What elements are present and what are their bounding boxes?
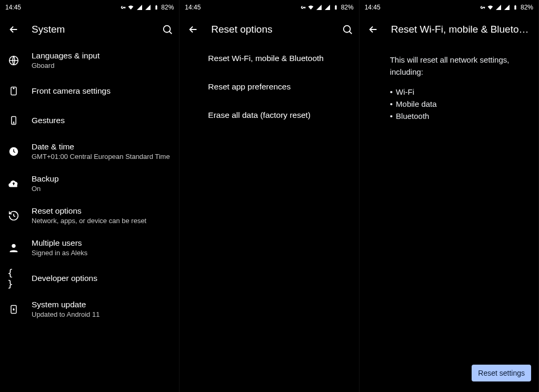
- item-languages-input[interactable]: Languages & inputGboard: [0, 44, 179, 76]
- status-time: 14:45: [5, 4, 21, 11]
- item-sub: GMT+01:00 Central European Standard Time: [32, 153, 170, 160]
- item-reset-options[interactable]: Reset optionsNetwork, apps, or device ca…: [0, 199, 179, 232]
- search-button[interactable]: [161, 23, 174, 36]
- item-front-camera[interactable]: Front camera settings: [0, 76, 179, 106]
- back-button[interactable]: [187, 23, 199, 36]
- bullet-item: Mobile data: [390, 98, 528, 110]
- globe-icon: [7, 54, 20, 67]
- wifi-icon: [487, 4, 494, 11]
- item-label: Languages & input: [32, 51, 99, 61]
- back-button[interactable]: [7, 23, 20, 36]
- cloud-upload-icon: [7, 177, 20, 190]
- status-bar: 14:45 82%: [0, 0, 179, 15]
- reset-description: This will reset all network settings, in…: [390, 54, 528, 78]
- system-update-icon: [7, 303, 20, 316]
- item-reset-app-preferences[interactable]: Reset app preferences: [179, 73, 358, 101]
- status-bar: 14:45 82%: [179, 0, 358, 15]
- item-multiple-users[interactable]: Multiple usersSigned in as Aleks: [0, 232, 179, 264]
- clock-icon: [7, 145, 20, 158]
- reset-settings-button[interactable]: Reset settings: [472, 365, 531, 381]
- reset-bullet-list: Wi-Fi Mobile data Bluetooth: [390, 86, 528, 123]
- item-sub: Signed in as Aleks: [32, 249, 87, 257]
- svg-rect-4: [12, 117, 16, 125]
- status-bar: 14:45 82%: [360, 0, 538, 15]
- gesture-icon: [7, 114, 20, 127]
- item-sub: Updated to Android 11: [32, 310, 99, 318]
- item-sub: Gboard: [32, 62, 99, 69]
- reset-network-body: This will reset all network settings, in…: [360, 44, 538, 392]
- person-icon: [7, 242, 20, 254]
- status-icons: 82%: [299, 4, 354, 11]
- item-label: Developer options: [32, 274, 97, 283]
- bullet-item: Wi-Fi: [390, 86, 528, 98]
- signal-1-icon: [495, 4, 502, 11]
- battery-icon: [333, 4, 340, 11]
- page-title: System: [32, 24, 149, 35]
- item-label: Front camera settings: [32, 86, 111, 96]
- status-icons: 82%: [478, 4, 533, 11]
- panel-reset-options: 14:45 82% Reset options Reset Wi-Fi, mob…: [179, 0, 359, 392]
- title-bar: Reset options: [179, 15, 358, 44]
- status-battery: 82%: [521, 4, 533, 11]
- back-button[interactable]: [367, 23, 380, 36]
- phone-camera-icon: [7, 85, 20, 97]
- item-label: System update: [32, 300, 99, 309]
- title-bar: System: [0, 15, 179, 44]
- battery-icon: [153, 4, 159, 11]
- svg-point-0: [164, 26, 171, 33]
- item-label: Gestures: [32, 116, 65, 125]
- panel-system: 14:45 82% System Languages & inputGboard…: [0, 0, 179, 392]
- wifi-icon: [307, 4, 314, 11]
- svg-point-3: [13, 88, 14, 89]
- restore-icon: [7, 209, 20, 222]
- item-label: Backup: [32, 174, 59, 184]
- page-title: Reset Wi-Fi, mobile & Blueto…: [391, 24, 533, 35]
- braces-icon: { }: [7, 272, 20, 285]
- item-gestures[interactable]: Gestures: [0, 106, 179, 135]
- page-title: Reset options: [211, 24, 329, 35]
- svg-point-6: [12, 244, 15, 247]
- reset-options-list: Reset Wi-Fi, mobile & Bluetooth Reset ap…: [179, 44, 358, 392]
- battery-icon: [512, 4, 519, 11]
- bullet-item: Bluetooth: [390, 110, 528, 122]
- signal-2-icon: [324, 4, 331, 11]
- item-label: Multiple users: [32, 238, 87, 248]
- item-date-time[interactable]: Date & timeGMT+01:00 Central European St…: [0, 135, 179, 167]
- panel-reset-network: 14:45 82% Reset Wi-Fi, mobile & Blueto… …: [360, 0, 539, 392]
- wifi-icon: [127, 4, 134, 11]
- item-label: Date & time: [32, 142, 170, 152]
- item-label: Reset options: [32, 206, 146, 216]
- item-reset-wifi-mobile-bt[interactable]: Reset Wi-Fi, mobile & Bluetooth: [179, 44, 358, 73]
- item-developer-options[interactable]: { } Developer options: [0, 264, 179, 293]
- search-button[interactable]: [341, 23, 354, 36]
- status-battery: 82%: [341, 4, 354, 11]
- system-list: Languages & inputGboard Front camera set…: [0, 44, 179, 392]
- signal-2-icon: [504, 4, 511, 11]
- svg-point-8: [343, 26, 350, 33]
- status-time: 14:45: [365, 4, 381, 11]
- item-backup[interactable]: BackupOn: [0, 167, 179, 199]
- signal-2-icon: [144, 4, 151, 11]
- vpn-key-icon: [478, 4, 485, 11]
- item-sub: Network, apps, or device can be reset: [32, 217, 146, 225]
- signal-1-icon: [316, 4, 323, 11]
- status-time: 14:45: [185, 4, 201, 11]
- vpn-key-icon: [119, 4, 126, 11]
- title-bar: Reset Wi-Fi, mobile & Blueto…: [360, 15, 538, 44]
- status-icons: 82%: [119, 4, 174, 11]
- item-system-update[interactable]: System updateUpdated to Android 11: [0, 293, 179, 325]
- status-battery: 82%: [161, 4, 174, 11]
- action-bar: Reset settings: [472, 365, 531, 381]
- vpn-key-icon: [299, 4, 306, 11]
- item-sub: On: [32, 185, 59, 193]
- item-erase-all-data[interactable]: Erase all data (factory reset): [179, 101, 358, 129]
- signal-1-icon: [136, 4, 143, 11]
